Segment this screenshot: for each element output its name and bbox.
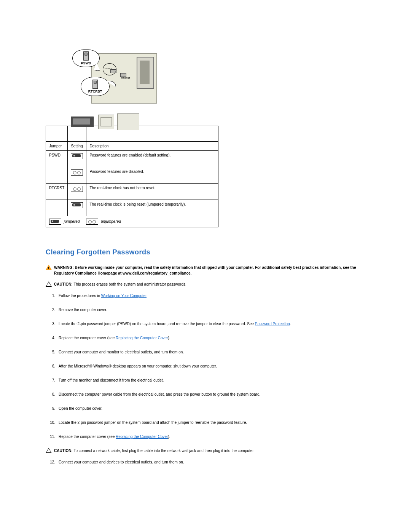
caution-note: ! CAUTION: This process erases both the … <box>46 281 365 288</box>
rear-ports <box>71 113 151 129</box>
warning-icon: ! <box>46 265 52 271</box>
pswd-callout: PSWD <box>72 50 100 67</box>
unjumpered-icon <box>71 169 83 176</box>
cell-setting <box>68 184 86 200</box>
col-setting: Setting <box>68 142 86 151</box>
cell-desc: The real-time clock is being reset (jump… <box>86 200 218 216</box>
caution-text: To connect a network cable, first plug t… <box>74 449 255 453</box>
cell-jumper: RTCRST <box>46 184 68 200</box>
cell-setting <box>68 151 86 167</box>
step-item: Connect your computer and devices to ele… <box>56 459 365 465</box>
pswd-callout-label: PSWD <box>81 61 91 65</box>
step-text: ). <box>168 336 170 340</box>
unjumpered-icon <box>86 219 98 225</box>
rtcrst-callout-label: RTCRST <box>88 89 102 93</box>
step-text: Turn off the monitor and disconnect it f… <box>59 378 164 382</box>
jumper-diagram: PSWD RTCRST PSWD RTCRST <box>61 50 160 118</box>
step-item: Open the computer cover. <box>56 406 365 411</box>
caution-label: CAUTION: <box>54 282 73 286</box>
jumpered-icon <box>71 202 83 208</box>
table-row: PSWD Password features are enabled (defa… <box>46 151 218 167</box>
rtcrst-small-label: RTCRST <box>121 77 130 79</box>
step-item: Turn off the monitor and disconnect it f… <box>56 377 365 383</box>
step-item: Locate the 2-pin password jumper (PSWD) … <box>56 321 365 327</box>
caution-note: ! CAUTION: To connect a network cable, f… <box>46 448 365 454</box>
step-item: Connect your computer and monitor to ele… <box>56 349 365 355</box>
warning-text: Before working inside your computer, rea… <box>54 265 356 275</box>
step-text: Replace the computer cover (see <box>59 336 116 340</box>
section-heading: Clearing Forgotten Passwords <box>46 248 365 256</box>
step-text: Disconnect the computer power cable from… <box>59 392 260 396</box>
cell-setting <box>68 200 86 216</box>
jumpered-icon <box>49 219 61 225</box>
jumper-table: Jumper Setting Description PSWD Password… <box>46 126 218 227</box>
steps-list: Follow the procedures in Working on Your… <box>46 293 365 439</box>
section-divider <box>46 239 365 239</box>
cell-jumper <box>46 200 68 216</box>
inline-link[interactable]: Password Protection <box>255 322 290 326</box>
step-text: Open the computer cover. <box>59 406 102 411</box>
pswd-callout-ring <box>103 63 116 75</box>
cell-desc: Password features are enabled (default s… <box>86 151 218 167</box>
table-row: The real-time clock is being reset (jump… <box>46 200 218 216</box>
inline-link[interactable]: Replacing the Computer Cover <box>116 336 168 340</box>
jumpered-icon <box>71 153 83 159</box>
step-text: . <box>290 322 291 326</box>
cell-jumper <box>46 167 68 184</box>
cell-setting <box>68 167 86 184</box>
caution-label: CAUTION: <box>54 449 73 453</box>
caution-icon: ! <box>46 448 52 454</box>
cell-desc: The real-time clock has not been reset. <box>86 184 218 200</box>
step-text: Locate the 2-pin password jumper (PSWD) … <box>59 322 255 326</box>
step-text: After the Microsoft® Windows® desktop ap… <box>59 364 217 368</box>
legend-unjumpered: unjumpered <box>101 219 121 224</box>
expansion-slot <box>137 57 154 89</box>
cell-jumper: PSWD <box>46 151 68 167</box>
step-item: Locate the 2-pin password jumper on the … <box>56 420 365 425</box>
warning-label: WARNING: <box>54 265 74 270</box>
col-jumper: Jumper <box>46 142 68 151</box>
cell-desc: Password features are disabled. <box>86 167 218 184</box>
step-text: Replace the computer cover (see <box>59 435 116 439</box>
table-legend-row: jumpered unjumpered <box>46 216 218 227</box>
table-row: Password features are disabled. <box>46 167 218 184</box>
table-row: RTCRST The real-time clock has not been … <box>46 184 218 200</box>
step-text: Connect your computer and devices to ele… <box>59 460 184 464</box>
unjumpered-icon <box>71 186 83 192</box>
table-header-row: Jumper Setting Description <box>46 142 218 151</box>
step-text: . <box>147 294 148 298</box>
caution-text: This process erases both the system and … <box>74 282 186 286</box>
legend-jumpered: jumpered <box>64 219 80 224</box>
step-text: ). <box>168 435 170 439</box>
rtcrst-pad <box>120 73 126 77</box>
steps-list-cont: Connect your computer and devices to ele… <box>46 459 365 465</box>
step-item: Disconnect the computer power cable from… <box>56 391 365 397</box>
step-item: Remove the computer cover. <box>56 307 365 313</box>
step-text: Follow the procedures in <box>59 294 101 298</box>
inline-link[interactable]: Replacing the Computer Cover <box>116 435 168 439</box>
step-item: Replace the computer cover (see Replacin… <box>56 434 365 439</box>
step-item: After the Microsoft® Windows® desktop ap… <box>56 363 365 369</box>
inline-link[interactable]: Working on Your Computer <box>101 294 147 298</box>
step-item: Follow the procedures in Working on Your… <box>56 293 365 299</box>
step-item: Replace the computer cover (see Replacin… <box>56 335 365 341</box>
caution-icon: ! <box>46 281 52 288</box>
step-text: Locate the 2-pin password jumper on the … <box>59 420 247 425</box>
rtcrst-callout: RTCRST <box>81 77 110 96</box>
step-text: Remove the computer cover. <box>59 308 107 312</box>
warning-note: ! WARNING: Before working inside your co… <box>46 265 365 276</box>
col-desc: Description <box>86 142 218 151</box>
step-text: Connect your computer and monitor to ele… <box>59 350 184 354</box>
